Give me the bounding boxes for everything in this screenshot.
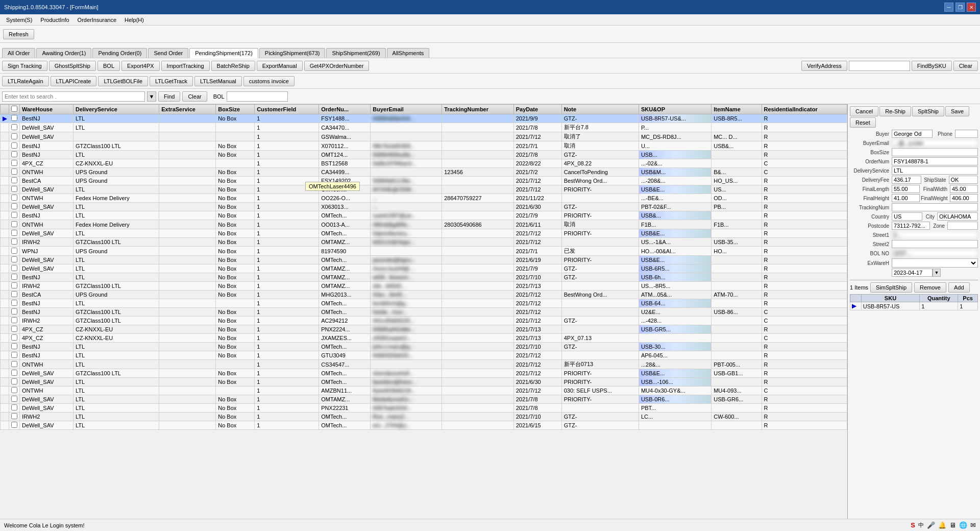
table-row[interactable]: BestNJLTLNo Box1OMTAMZ...wt58...tbswsm..… [1, 273, 847, 282]
search-dropdown-arrow[interactable]: ▼ [147, 91, 156, 102]
table-row[interactable]: DeWell_SAVLTLNo Box1OMTech...AYOHE@OSW..… [1, 185, 847, 194]
col-warehouse[interactable]: WareHouse [20, 105, 74, 114]
buyer-field[interactable] [892, 130, 933, 138]
row-checkbox[interactable] [11, 274, 17, 280]
tab-send-order[interactable]: Send Order [148, 48, 188, 58]
menu-system[interactable]: System(S) [2, 16, 36, 24]
batch-reship-button[interactable]: BatchReShip [211, 61, 255, 71]
table-row[interactable]: IRWH2GTZClass100 LTLNo Box1OMTAMZ...zkk.… [1, 282, 847, 291]
customs-invoice-button[interactable]: customs invoice [243, 76, 295, 86]
splt-ship-button[interactable]: SpltShip [912, 106, 944, 116]
items-row[interactable]: ▶USB-8R57-US11 [850, 302, 978, 310]
table-row[interactable]: ONTWHLTL1CS34547...2021/7/12新平台0713...28… [1, 360, 847, 369]
row-checkbox[interactable] [11, 282, 17, 288]
date-picker-button[interactable]: ▼ [933, 269, 941, 277]
table-row[interactable]: BestNJLTLNo Box1OMTech...ryanb1587@ya...… [1, 211, 847, 220]
col-itemname[interactable]: ItemName [712, 105, 762, 114]
tab-all-order[interactable]: All Order [2, 48, 35, 58]
delivery-service-field[interactable] [892, 166, 978, 175]
sign-tracking-button[interactable]: Sign Tracking [2, 61, 47, 71]
reship-button[interactable]: Re-Ship [879, 106, 911, 116]
table-row[interactable]: ▶BestNJLTLNo Box1FSY1488...00880d0bb434.… [1, 114, 847, 123]
boxsize-field[interactable] [892, 148, 978, 156]
table-row[interactable]: BestCAUPS GroundNo Box1FSY14920200884b81… [1, 177, 847, 185]
table-row[interactable]: 4PX_CZCZ-KNXXL-EUNo Box1PNX2224...00885a… [1, 325, 847, 334]
table-row[interactable]: 4PX_CZCZ-KNXXL-EU1BST125680a9b197f46ac4.… [1, 159, 847, 168]
tab-pending-order[interactable]: Pending Order(0) [92, 48, 147, 58]
cancel-button[interactable]: Cancel [850, 106, 878, 116]
table-row[interactable]: DeWell_SAVLTLNo Box1OMTAMZ...fbkdw8yms81… [1, 395, 847, 404]
col-customerfield[interactable]: CustomerField [255, 105, 319, 114]
find-by-sku-button[interactable]: FindBySKU [912, 61, 952, 71]
row-checkbox[interactable] [11, 378, 17, 384]
row-checkbox[interactable] [11, 238, 17, 245]
row-checkbox[interactable] [11, 160, 17, 166]
tab-pending-shipment[interactable]: PendingShipment(172) [189, 48, 258, 58]
final-height-field[interactable] [892, 194, 920, 202]
table-row[interactable]: DeWell_SAV1GSWalma...2021/7/12取消了MC_DS-R… [1, 132, 847, 141]
row-checkbox[interactable] [11, 142, 17, 149]
col-delivery[interactable]: DeliveryService [73, 105, 159, 114]
export-4px-button[interactable]: Export4PX [121, 61, 160, 71]
delivery-fee-field[interactable] [892, 176, 921, 184]
table-row[interactable]: BestNJLTL1OMTech...kentiilirch@g...2021/… [1, 299, 847, 308]
col-extra[interactable]: ExtraService [159, 105, 216, 114]
row-checkbox[interactable] [11, 186, 17, 192]
final-width-field[interactable] [950, 185, 978, 193]
date-input[interactable] [892, 269, 933, 277]
ltl-rate-again-button[interactable]: LTLRateAgain [2, 76, 49, 86]
table-row[interactable]: 4PX_CZCZ-KNXXL-EUNo Box1JXAMZES...zf5081… [1, 334, 847, 343]
refresh-button[interactable]: Refresh [3, 29, 34, 39]
ordernum-field[interactable] [892, 157, 978, 165]
menu-help[interactable]: Help(H) [120, 16, 148, 24]
row-checkbox[interactable] [11, 212, 17, 218]
row-checkbox[interactable] [11, 124, 17, 130]
table-row[interactable]: DeWell_SAVGTZClass100 LTLNo Box1OMTech..… [1, 369, 847, 378]
tab-picking-shipment[interactable]: PickingShipment(673) [259, 48, 326, 58]
remove-item-button[interactable]: Remove [914, 282, 946, 293]
save-button[interactable]: Save [945, 106, 969, 116]
row-checkbox[interactable] [11, 221, 17, 227]
ship-state-field[interactable] [949, 176, 978, 184]
col-residential[interactable]: ResidentialIndicator [762, 105, 847, 114]
final-length-field[interactable] [892, 185, 920, 193]
table-row[interactable]: BestCAUPS GroundNo Box1MHG2013...43ec...… [1, 291, 847, 299]
menu-orderinsurance[interactable]: OrderInsurance [74, 16, 120, 24]
col-tracking[interactable]: TrackingNumber [442, 105, 514, 114]
reset-button[interactable]: Reset [850, 117, 876, 128]
country-field[interactable] [892, 212, 922, 221]
table-row[interactable]: BestNJLTLNo Box1OMT124...00884469ea5b...… [1, 151, 847, 159]
table-row[interactable]: DeWell_SAVLTLNo Box1OMTech...em...2704@y… [1, 421, 847, 430]
table-row[interactable]: ONTWHFedex Home DeliveryNo Box1OO226-O..… [1, 194, 847, 203]
table-row[interactable]: IRWH2GTZClass100 LTLNo Box1OMTAMZ...kt62… [1, 238, 847, 247]
row-checkbox[interactable] [11, 195, 17, 201]
tracking-num-field[interactable] [892, 203, 978, 211]
row-checkbox[interactable] [11, 115, 17, 121]
col-paydate[interactable]: PayDate [513, 105, 561, 114]
row-checkbox[interactable] [11, 230, 17, 236]
table-row[interactable]: BestNJLTLNo Box1OMTech...john.t.marx@g..… [1, 343, 847, 351]
buyer-email-field[interactable] [892, 139, 978, 147]
tab-all-shipments[interactable]: AllShpments [387, 48, 430, 58]
search-input[interactable] [2, 91, 145, 102]
row-checkbox[interactable] [11, 361, 17, 367]
row-checkbox[interactable] [11, 177, 17, 183]
close-button[interactable]: ✕ [967, 3, 976, 12]
row-checkbox[interactable] [11, 352, 17, 358]
menu-productinfo[interactable]: ProductInfo [36, 16, 73, 24]
col-ordernum[interactable]: OrderNu... [319, 105, 371, 114]
table-row[interactable]: BestNJGTZClass100 LTLNo Box1OMTech...hei… [1, 308, 847, 317]
row-checkbox[interactable] [11, 317, 17, 323]
table-row[interactable]: DeWell_SAVLTLNo Box1OMTech...fpeebles@fr… [1, 378, 847, 387]
street2-field[interactable] [892, 240, 978, 248]
table-row[interactable]: BestNJLTLNo Box1GTU304900883f26b025...20… [1, 351, 847, 360]
restore-button[interactable]: ❐ [955, 3, 965, 12]
table-row[interactable]: DeWell_SAVLTLNo Box1X063013......2021/6/… [1, 203, 847, 211]
bol-input[interactable] [227, 91, 288, 102]
ltl-set-manual-button[interactable]: LTLSetManual [194, 76, 242, 86]
ltl-get-track-button[interactable]: LTLGetTrack [150, 76, 193, 86]
row-checkbox[interactable] [11, 300, 17, 306]
table-row[interactable]: DeWell_SAVLTLNo Box1PNX222310087bab3434.… [1, 404, 847, 413]
bol-button[interactable]: BOL [97, 61, 120, 71]
street1-field[interactable] [892, 231, 978, 239]
